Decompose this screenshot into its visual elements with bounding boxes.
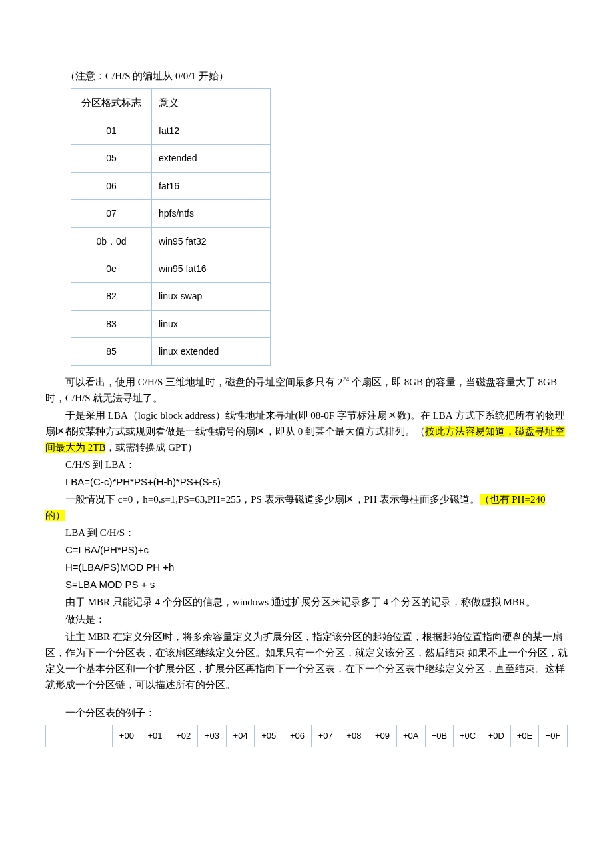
paragraph-mbr-limit: 由于 MBR 只能记录 4 个分区的信息，windows 通过扩展分区来记录多于… — [45, 594, 568, 610]
th-off: +08 — [340, 725, 368, 747]
paragraph-chs-limit: 可以看出，使用 C/H/S 三维地址时，磁盘的寻址空间最多只有 224 个扇区，… — [45, 374, 568, 406]
th-flag: 分区格式标志 — [71, 89, 152, 117]
th-off: +05 — [255, 725, 283, 747]
th-off: +06 — [283, 725, 312, 747]
top-note: （注意：C/H/S 的编址从 0/0/1 开始） — [45, 68, 568, 84]
table-row: 83linux — [71, 310, 271, 337]
th-blank-2 — [79, 725, 113, 747]
table-row: 05extended — [71, 145, 271, 172]
c-formula: C=LBA/(PH*PS)+c — [45, 542, 568, 558]
th-off: +07 — [311, 725, 340, 747]
th-off: +0B — [425, 725, 454, 747]
th-off: +09 — [368, 725, 397, 747]
s-formula: S=LBA MOD PS + s — [45, 577, 568, 593]
table-row: 01fat12 — [71, 117, 271, 145]
table-row: 82linux swap — [71, 283, 271, 310]
th-off: +0D — [482, 725, 510, 747]
th-off: +02 — [169, 725, 198, 747]
th-off: +0E — [510, 725, 539, 747]
th-off: +04 — [226, 725, 255, 747]
partition-table-example-label: 一个分区表的例子： — [45, 705, 568, 721]
table-row: 07hpfs/ntfs — [71, 200, 271, 227]
th-off: +01 — [141, 725, 169, 747]
paragraph-defaults: 一般情况下 c=0，h=0,s=1,PS=63,PH=255，PS 表示每磁道多… — [45, 491, 568, 523]
paragraph-method-label: 做法是： — [45, 611, 568, 627]
th-off: +0F — [539, 725, 568, 747]
lba-to-chs-label: LBA 到 C/H/S： — [45, 525, 568, 541]
chs-to-lba-label: C/H/S 到 LBA： — [45, 457, 568, 473]
lba-formula: LBA=(C-c)*PH*PS+(H-h)*PS+(S-s) — [45, 474, 568, 490]
table-row: 06fat16 — [71, 172, 271, 199]
h-formula: H=(LBA/PS)MOD PH +h — [45, 559, 568, 575]
th-off: +0C — [454, 725, 482, 747]
th-off: +0A — [396, 725, 425, 747]
document-page: （注意：C/H/S 的编址从 0/0/1 开始） 分区格式标志 意义 01fat… — [0, 0, 613, 774]
th-blank-1 — [46, 725, 79, 747]
th-meaning: 意义 — [152, 89, 271, 117]
paragraph-lba: 于是采用 LBA（logic block address）线性地址来寻址(即 0… — [45, 407, 568, 455]
table-row: 0ewin95 fat16 — [71, 255, 271, 282]
paragraph-mbr-method: 让主 MBR 在定义分区时，将多余容量定义为扩展分区，指定该分区的起始位置，根据… — [45, 629, 568, 693]
table-row: 85linux extended — [71, 338, 271, 365]
table-row: 0b，0dwin95 fat32 — [71, 227, 271, 255]
partition-format-table: 分区格式标志 意义 01fat12 05extended 06fat16 07h… — [71, 88, 271, 366]
th-off: +00 — [113, 725, 141, 747]
th-off: +03 — [198, 725, 227, 747]
hex-offset-table: +00 +01 +02 +03 +04 +05 +06 +07 +08 +09 … — [45, 725, 568, 748]
